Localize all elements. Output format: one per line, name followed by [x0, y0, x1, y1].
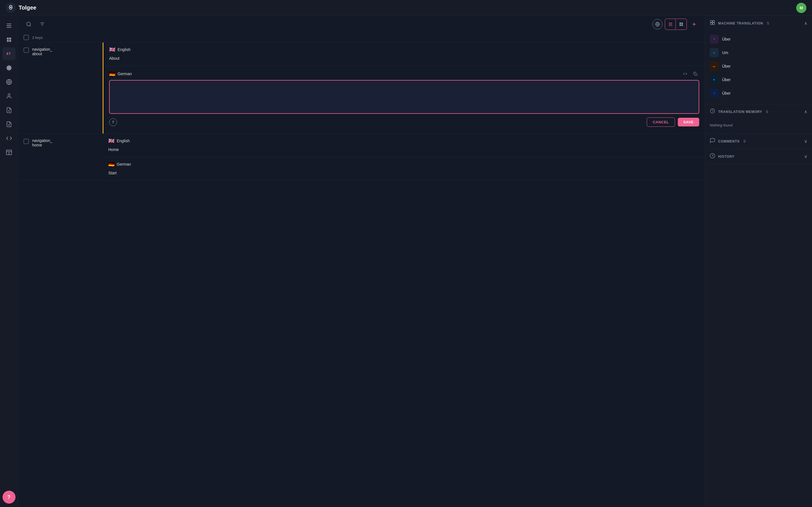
history-section: HISTORY ∨	[705, 149, 812, 164]
sidebar-item-users[interactable]	[3, 90, 15, 103]
search-button[interactable]	[24, 19, 34, 29]
translation-memory-collapse[interactable]: ∧	[804, 109, 808, 114]
lang-name-en: English	[117, 138, 130, 143]
format-help-button[interactable]: ?	[109, 118, 117, 126]
svg-rect-42	[711, 23, 712, 25]
svg-text:G: G	[713, 52, 715, 54]
machine-translation-count: 5	[767, 21, 769, 25]
select-all-checkbox[interactable]	[24, 35, 29, 40]
translation-table: 2 keys navigation_about 🇬🇧 E	[18, 33, 705, 507]
table-header: 2 keys	[18, 33, 705, 43]
lang-name-en: English	[117, 47, 131, 52]
table-row: navigation_about 🇬🇧 English About	[18, 43, 705, 134]
keys-count-label: 2 keys	[32, 36, 43, 40]
grid-view-button[interactable]	[676, 19, 687, 30]
user-avatar[interactable]: M	[796, 3, 806, 13]
globe-button[interactable]	[652, 19, 663, 29]
translation-memory-header[interactable]: TRANSLATION MEMORY 0 ∧	[705, 104, 812, 119]
mt-item-aws[interactable]: aws Über	[710, 59, 808, 73]
machine-translation-collapse[interactable]: ∧	[804, 20, 808, 26]
mt-item-text: Über	[722, 64, 730, 68]
baidu-icon: 百	[710, 89, 719, 98]
svg-text:aws: aws	[713, 66, 715, 67]
mt-item-text: Über	[722, 91, 730, 96]
sidebar-item-translations[interactable]: A T	[3, 47, 15, 60]
cancel-button[interactable]: CANCEL	[647, 117, 675, 127]
row-checkbox[interactable]	[24, 48, 29, 53]
key-name: navigation_about	[32, 47, 52, 56]
deepl-icon	[710, 75, 719, 84]
sidebar-item-import[interactable]	[3, 104, 15, 117]
comments-header[interactable]: COMMENTS 0 ∨	[705, 134, 812, 149]
machine-translation-header[interactable]: MACHINE TRANSLATION 5 ∧	[705, 16, 812, 31]
help-button[interactable]: ?	[3, 491, 15, 504]
filter-button[interactable]	[37, 19, 47, 29]
list-view-button[interactable]	[665, 19, 676, 30]
svg-text:M: M	[800, 6, 803, 10]
view-toggle	[665, 18, 687, 30]
translation-memory-content: Nothing found	[705, 119, 812, 133]
sidebar-item-layout[interactable]	[3, 146, 15, 159]
svg-rect-8	[6, 27, 11, 27]
svg-rect-40	[711, 20, 712, 22]
history-collapse[interactable]: ∨	[804, 154, 808, 159]
svg-point-3	[10, 6, 11, 8]
svg-point-17	[8, 94, 10, 96]
main-content: + 2 keys navigation_about	[18, 16, 705, 507]
svg-rect-39	[695, 73, 697, 75]
svg-rect-38	[681, 24, 683, 26]
mt-item-text: Über	[722, 37, 730, 41]
key-name: navigation_home	[32, 138, 52, 147]
toolbar-right: +	[652, 18, 699, 30]
svg-rect-36	[681, 22, 683, 24]
mt-item-tolgee[interactable]: T Über	[710, 33, 808, 46]
translation-input[interactable]	[109, 80, 699, 114]
sidebar-item-globe[interactable]	[3, 75, 15, 89]
lang-header-en: 🇬🇧 English	[108, 138, 699, 144]
mt-item-google[interactable]: G Um	[710, 46, 808, 59]
row-checkbox[interactable]	[24, 139, 29, 144]
lang-header-de: 🇩🇪 German	[109, 70, 699, 78]
add-key-button[interactable]: +	[689, 19, 699, 29]
edit-area	[109, 80, 699, 115]
svg-rect-10	[9, 38, 11, 40]
translation-memory-title: TRANSLATION MEMORY	[718, 110, 762, 114]
english-section: 🇬🇧 English About	[103, 43, 705, 66]
svg-rect-41	[713, 20, 715, 22]
mt-item-deepl[interactable]: Über	[710, 73, 808, 87]
topbar-logo: Tolgee	[6, 3, 36, 13]
code-toggle-button[interactable]	[681, 70, 689, 78]
app-layout: Tolgee M	[0, 0, 812, 507]
comments-section: COMMENTS 0 ∨	[705, 134, 812, 149]
topbar: Tolgee M	[0, 0, 812, 16]
german-section: 🇩🇪 German	[103, 66, 705, 133]
tolgee-icon: T	[710, 35, 719, 44]
svg-text:百: 百	[713, 93, 716, 94]
google-icon: G	[710, 48, 719, 57]
save-button[interactable]: SAVE	[678, 118, 699, 126]
svg-rect-32	[669, 23, 672, 23]
mt-item-baidu[interactable]: 百 Über	[710, 87, 808, 100]
translation-memory-section: TRANSLATION MEMORY 0 ∧ Nothing found	[705, 104, 812, 134]
history-title: HISTORY	[718, 155, 734, 159]
translation-memory-icon	[710, 108, 715, 115]
svg-rect-6	[6, 24, 11, 24]
row-translations: 🇬🇧 English About 🇩🇪 German	[103, 43, 705, 133]
translation-text-en: Home	[108, 146, 699, 153]
flag-de: 🇩🇪	[109, 71, 115, 77]
sidebar-item-settings[interactable]	[3, 61, 15, 74]
lang-header-en: 🇬🇧 English	[109, 47, 699, 53]
sidebar-item-list[interactable]	[3, 19, 15, 32]
comments-icon	[710, 138, 715, 145]
history-header[interactable]: HISTORY ∨	[705, 149, 812, 164]
row-key-cell: navigation_home	[18, 134, 103, 180]
sidebar-item-developer[interactable]	[3, 132, 15, 145]
machine-translation-icon	[710, 20, 715, 27]
sidebar-item-dashboard[interactable]	[3, 33, 15, 46]
svg-rect-33	[669, 24, 672, 24]
nothing-found-label: Nothing found	[710, 121, 808, 129]
lang-header-de: 🇩🇪 German	[108, 161, 699, 167]
sidebar-item-export[interactable]	[3, 118, 15, 131]
comments-collapse[interactable]: ∨	[804, 138, 808, 144]
copy-button[interactable]	[691, 70, 699, 78]
